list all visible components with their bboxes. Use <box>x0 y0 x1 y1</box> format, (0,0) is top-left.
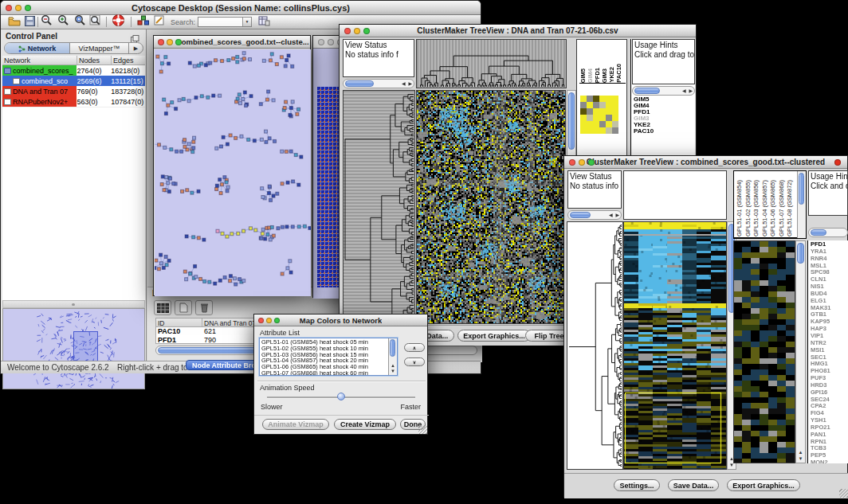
tv1-heatmap[interactable] <box>416 90 566 324</box>
correlation-cell[interactable] <box>612 96 618 102</box>
column-label[interactable]: PAC10 <box>615 64 621 83</box>
correlation-cell[interactable] <box>593 115 599 121</box>
minimize-icon[interactable] <box>328 39 334 45</box>
network-overview-canvas[interactable] <box>3 309 144 389</box>
close-icon[interactable] <box>318 39 324 45</box>
correlation-cell[interactable] <box>612 115 618 121</box>
search-input[interactable]: ▼ <box>198 17 252 27</box>
correlation-cell[interactable] <box>606 127 612 134</box>
correlation-cell[interactable] <box>580 121 587 127</box>
tab-network[interactable]: Network <box>5 43 70 53</box>
tv2-heatmap[interactable] <box>623 221 727 470</box>
close-icon[interactable] <box>569 159 575 166</box>
row-label[interactable]: PAC10 <box>634 128 654 135</box>
gene-label[interactable]: MON2 <box>811 459 830 463</box>
resize-grip-icon[interactable] <box>839 489 848 498</box>
create-vizmap-button[interactable]: Create Vizmap <box>334 419 396 430</box>
correlation-cell[interactable] <box>593 121 599 127</box>
column-label[interactable]: GPL51-01 (GSM854) <box>736 180 743 236</box>
correlation-cell[interactable] <box>580 102 587 108</box>
column-label[interactable]: GIM3 <box>601 68 607 83</box>
column-label[interactable]: PFD1 <box>594 68 599 83</box>
correlation-cell[interactable] <box>580 127 587 134</box>
tv1-left-dendrogram[interactable] <box>343 90 415 324</box>
minimize-icon[interactable] <box>167 39 173 45</box>
attribute-select-icon[interactable] <box>154 300 171 315</box>
window-controls[interactable] <box>344 28 370 34</box>
close-icon[interactable] <box>258 318 264 323</box>
window-controls[interactable] <box>158 39 182 45</box>
close-icon[interactable] <box>344 28 351 34</box>
resize-grip-icon[interactable] <box>418 425 427 434</box>
panel-divider[interactable] <box>2 300 145 308</box>
zoom-window-icon[interactable] <box>175 39 182 45</box>
window-controls[interactable] <box>6 5 31 11</box>
tv2-labels-vscrollbar[interactable] <box>797 171 806 238</box>
tv1-column-labels[interactable]: GIM5GIM4PFD1GIM3YKE2PAC10 <box>579 40 626 84</box>
column-label[interactable]: YKE2 <box>608 67 614 83</box>
correlation-cell[interactable] <box>606 96 612 102</box>
correlation-cell[interactable] <box>580 96 587 102</box>
window-controls[interactable] <box>569 159 595 166</box>
column-label[interactable]: GPL51-02 (GSM855) <box>744 180 752 236</box>
dialog-titlebar[interactable]: Map Colors to Network <box>254 315 427 326</box>
export-graphics-button[interactable]: Export Graphics... <box>727 479 800 491</box>
network-canvas[interactable] <box>155 49 311 296</box>
correlation-cell[interactable] <box>593 96 599 102</box>
zoom-window-icon[interactable] <box>25 5 31 11</box>
correlation-cell[interactable] <box>612 108 618 115</box>
correlation-cell[interactable] <box>606 108 612 115</box>
annotation-icon[interactable] <box>154 15 165 29</box>
correlation-cell[interactable] <box>599 108 606 115</box>
col-network[interactable]: Network <box>2 56 77 64</box>
zoom-window-icon[interactable] <box>588 159 595 166</box>
col-edges[interactable]: Edges <box>112 56 145 64</box>
attr-col-id[interactable]: ID <box>156 318 202 326</box>
treeview1-titl ebar[interactable]: ClusterMaker TreeView : DNA and Tran 07-… <box>340 25 696 37</box>
minimize-icon[interactable] <box>354 28 360 34</box>
export-graphics-button[interactable]: Export Graphics... <box>457 330 531 342</box>
tv2-column-labels[interactable]: GPL51-01 (GSM854)GPL51-02 (GSM855)GPL51-… <box>736 173 796 236</box>
minimize-icon[interactable] <box>266 318 272 323</box>
delete-attribute-icon[interactable] <box>195 300 213 315</box>
tv2-usage-scrollbar[interactable] <box>808 228 848 237</box>
zoom-window-icon[interactable] <box>363 28 370 34</box>
tv2-secondary-heatmap[interactable] <box>733 240 795 463</box>
correlation-cell[interactable] <box>599 102 606 108</box>
network-view-titlebar[interactable]: combined_scores_good.txt--cluste... <box>154 36 310 49</box>
correlation-cell[interactable] <box>587 127 593 134</box>
col-nodes[interactable]: Nodes <box>77 56 112 64</box>
animate-vizmap-button[interactable]: Animate Vizmap <box>262 419 329 430</box>
tv2-secondary-vscrollbar[interactable]: ▲▼ <box>795 240 806 463</box>
column-label[interactable]: GPL51-04 (GSM857) <box>761 180 768 236</box>
attribute-list[interactable]: GPL51-01 (GSM854) heat shock 05 minGPL51… <box>259 338 398 376</box>
tv1-status-scrollbar[interactable]: ◀ ▶ <box>343 79 414 88</box>
correlation-cell[interactable] <box>580 115 587 121</box>
correlation-cell[interactable] <box>606 121 612 127</box>
settings-button[interactable]: Settings... <box>614 479 660 491</box>
correlation-cell[interactable] <box>587 121 593 127</box>
open-folder-icon[interactable] <box>8 15 21 29</box>
close-icon[interactable] <box>158 39 164 45</box>
new-attribute-icon[interactable] <box>175 300 192 315</box>
zoom-window-icon[interactable] <box>274 318 280 323</box>
network-tree-row[interactable]: RNAPuberNov2+563(0)107847(0) <box>2 96 145 107</box>
correlation-cell[interactable] <box>599 96 606 102</box>
correlation-cell[interactable] <box>593 127 599 134</box>
correlation-cell[interactable] <box>587 115 593 121</box>
save-icon[interactable] <box>25 15 35 29</box>
move-down-button[interactable]: ∨ <box>404 357 425 366</box>
correlation-cell[interactable] <box>580 108 587 115</box>
help-lifering-icon[interactable] <box>112 14 125 30</box>
search-dropdown-icon[interactable]: ▼ <box>242 18 251 26</box>
tv1-usage-scrollbar[interactable]: ◀ ▶ <box>632 86 695 96</box>
column-label[interactable]: GPL51-06 (GSM865) <box>769 180 776 236</box>
treeview2-titlebar[interactable]: ClusterMaker TreeView : combined_scores_… <box>564 156 847 169</box>
attribute-browser-icon[interactable] <box>258 15 270 29</box>
network-tree-row[interactable]: combined_scores_2764(0)16218(0) <box>2 65 145 76</box>
tv1-row-labels[interactable]: GIM5GIM4PFD1GIM3YKE2PAC10 <box>634 96 654 135</box>
column-label[interactable]: GPL51-07 (GSM868) <box>778 180 785 236</box>
correlation-cell[interactable] <box>612 102 618 108</box>
column-label[interactable]: GIM5 <box>579 68 585 83</box>
close-icon[interactable] <box>6 5 12 11</box>
